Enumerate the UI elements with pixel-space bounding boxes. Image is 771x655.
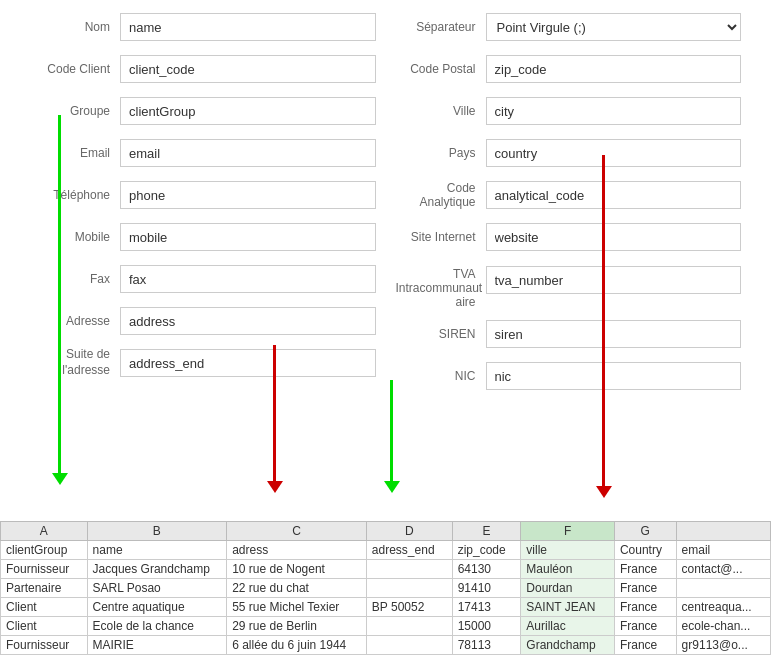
table-cell[interactable]: clientGroup [1, 541, 88, 560]
table-row: PartenaireSARL Posao22 rue du chat91410D… [1, 579, 771, 598]
form-row-mobile: Mobile [30, 220, 376, 254]
table-row: ClientCentre aquatique55 rue Michel Texi… [1, 598, 771, 617]
label-nom: Nom [30, 20, 120, 34]
table-cell[interactable]: email [676, 541, 770, 560]
table-cell[interactable]: zip_code [452, 541, 521, 560]
form-row-nom: Nom [30, 10, 376, 44]
table-row: clientGroupnameadressadress_endzip_codev… [1, 541, 771, 560]
input-fax[interactable] [120, 265, 376, 293]
table-cell[interactable]: ecole-chan... [676, 617, 770, 636]
table-cell[interactable]: Centre aquatique [87, 598, 227, 617]
table-cell[interactable]: 29 rue de Berlin [227, 617, 367, 636]
table-cell[interactable]: 6 allée du 6 juin 1944 [227, 636, 367, 655]
label-code-client: Code Client [30, 62, 120, 76]
input-code-client[interactable] [120, 55, 376, 83]
input-nom[interactable] [120, 13, 376, 41]
form-row-groupe: Groupe [30, 94, 376, 128]
label-email: Email [30, 146, 120, 160]
table-cell[interactable]: Client [1, 598, 88, 617]
input-pays[interactable] [486, 139, 742, 167]
form-row-suite-adresse: Suite de l'adresse [30, 346, 376, 380]
table-cell[interactable] [366, 617, 452, 636]
table-cell[interactable]: Client [1, 617, 88, 636]
input-mobile[interactable] [120, 223, 376, 251]
form-row-email: Email [30, 136, 376, 170]
table-cell[interactable]: 10 rue de Nogent [227, 560, 367, 579]
table-cell[interactable]: 55 rue Michel Texier [227, 598, 367, 617]
input-groupe[interactable] [120, 97, 376, 125]
table-cell[interactable]: France [614, 617, 676, 636]
form-row-nic: NIC [396, 359, 742, 393]
input-suite-adresse[interactable] [120, 349, 376, 377]
table-cell[interactable] [366, 560, 452, 579]
col-header-c: C [227, 522, 367, 541]
label-ville: Ville [396, 104, 486, 118]
form-row-tva: TVA Intracommunaut aire [396, 262, 742, 309]
left-column: Nom Code Client Groupe Email Téléphone M… [20, 10, 386, 401]
table-cell[interactable]: Dourdan [521, 579, 615, 598]
label-separateur: Séparateur [396, 20, 486, 34]
form-row-code-postal: Code Postal [396, 52, 742, 86]
col-header-a: A [1, 522, 88, 541]
input-code-postal[interactable] [486, 55, 742, 83]
table-cell[interactable]: BP 50052 [366, 598, 452, 617]
table-cell[interactable]: Jacques Grandchamp [87, 560, 227, 579]
input-tva[interactable] [486, 266, 742, 294]
input-code-analytique[interactable] [486, 181, 742, 209]
spreadsheet-area: A B C D E F G clientGroupnameadressadres… [0, 521, 771, 655]
input-site-internet[interactable] [486, 223, 742, 251]
form-row-code-client: Code Client [30, 52, 376, 86]
form-row-ville: Ville [396, 94, 742, 128]
table-row: FournisseurJacques Grandchamp10 rue de N… [1, 560, 771, 579]
table-cell[interactable]: Aurillac [521, 617, 615, 636]
table-cell[interactable] [366, 579, 452, 598]
table-cell[interactable]: Fournisseur [1, 636, 88, 655]
table-cell[interactable]: Mauléon [521, 560, 615, 579]
table-cell[interactable]: France [614, 598, 676, 617]
label-telephone: Téléphone [30, 188, 120, 202]
label-fax: Fax [30, 272, 120, 286]
label-nic: NIC [396, 369, 486, 383]
table-cell[interactable]: Country [614, 541, 676, 560]
col-header-h [676, 522, 770, 541]
table-cell[interactable]: 15000 [452, 617, 521, 636]
label-tva: TVA Intracommunaut aire [396, 262, 486, 309]
arrow-green-col-a-head [52, 473, 68, 485]
table-cell[interactable] [366, 636, 452, 655]
table-cell[interactable]: contact@... [676, 560, 770, 579]
label-code-postal: Code Postal [396, 62, 486, 76]
table-cell[interactable]: Fournisseur [1, 560, 88, 579]
table-cell[interactable]: adress_end [366, 541, 452, 560]
table-cell[interactable]: Ecole de la chance [87, 617, 227, 636]
table-cell[interactable]: 64130 [452, 560, 521, 579]
table-cell[interactable]: 22 rue du chat [227, 579, 367, 598]
select-separateur[interactable]: Point Virgule (;) Virgule (,) Tab [486, 13, 742, 41]
form-row-code-analytique: Code Analytique [396, 178, 742, 212]
table-cell[interactable]: France [614, 636, 676, 655]
input-nic[interactable] [486, 362, 742, 390]
table-cell[interactable]: adress [227, 541, 367, 560]
input-telephone[interactable] [120, 181, 376, 209]
table-cell[interactable]: SAINT JEAN [521, 598, 615, 617]
table-cell[interactable]: Partenaire [1, 579, 88, 598]
input-ville[interactable] [486, 97, 742, 125]
table-cell[interactable]: France [614, 579, 676, 598]
table-cell[interactable]: 78113 [452, 636, 521, 655]
table-cell[interactable]: ville [521, 541, 615, 560]
table-cell[interactable]: centreaqua... [676, 598, 770, 617]
table-cell[interactable]: 17413 [452, 598, 521, 617]
label-groupe: Groupe [30, 104, 120, 118]
input-email[interactable] [120, 139, 376, 167]
table-cell[interactable]: Grandchamp [521, 636, 615, 655]
spreadsheet-table: A B C D E F G clientGroupnameadressadres… [0, 521, 771, 655]
table-cell[interactable]: SARL Posao [87, 579, 227, 598]
input-adresse[interactable] [120, 307, 376, 335]
table-cell[interactable] [676, 579, 770, 598]
table-cell[interactable]: MAIRIE [87, 636, 227, 655]
table-row: FournisseurMAIRIE6 allée du 6 juin 19447… [1, 636, 771, 655]
table-cell[interactable]: name [87, 541, 227, 560]
table-cell[interactable]: gr9113@o... [676, 636, 770, 655]
table-cell[interactable]: 91410 [452, 579, 521, 598]
input-siren[interactable] [486, 320, 742, 348]
table-cell[interactable]: France [614, 560, 676, 579]
